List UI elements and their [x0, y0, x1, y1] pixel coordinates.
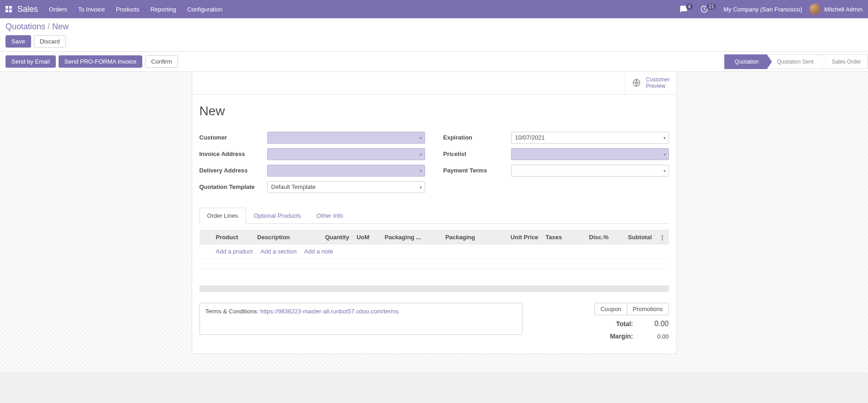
customer-preview-line2: Preview	[646, 83, 669, 89]
quotation-template-label: Quotation Template	[199, 183, 267, 190]
col-handle	[199, 230, 212, 244]
breadcrumb-parent[interactable]: Quotations	[5, 22, 45, 31]
apps-icon[interactable]	[5, 6, 12, 12]
expiration-label: Expiration	[443, 134, 511, 141]
add-section-link[interactable]: Add a section	[260, 248, 297, 255]
chevron-down-icon: ▾	[663, 168, 666, 173]
payment-terms-label: Payment Terms	[443, 167, 511, 174]
col-product[interactable]: Product	[212, 230, 254, 244]
status-stages: Quotation Quotation Sent Sales Order	[724, 54, 868, 69]
nav-item-to-invoice[interactable]: To Invoice	[78, 6, 105, 13]
nav-item-configuration[interactable]: Configuration	[187, 6, 222, 13]
promotions-button[interactable]: Promotions	[627, 303, 669, 315]
nav-item-reporting[interactable]: Reporting	[151, 6, 176, 13]
nav-item-products[interactable]: Products	[116, 6, 139, 13]
globe-icon	[632, 78, 641, 87]
tabs: Order Lines Optional Products Other Info	[199, 207, 669, 224]
col-taxes[interactable]: Taxes	[542, 230, 575, 244]
send-proforma-button[interactable]: Send PRO-FORMA Invoice	[59, 55, 143, 68]
add-product-link[interactable]: Add a product	[216, 248, 253, 255]
messages-badge: 4	[686, 4, 693, 10]
pricelist-field[interactable]: ▾	[511, 148, 669, 160]
activities-badge: 21	[706, 4, 716, 10]
confirm-button[interactable]: Confirm	[145, 55, 178, 68]
tab-order-lines[interactable]: Order Lines	[199, 208, 246, 224]
col-packaging[interactable]: Packaging	[442, 230, 493, 244]
tab-other-info[interactable]: Other Info	[309, 208, 351, 224]
messages-icon[interactable]: 4	[679, 5, 693, 13]
stage-sales-order[interactable]: Sales Order	[822, 54, 868, 69]
col-quantity[interactable]: Quantity	[309, 230, 353, 244]
status-bar: Send by Email Send PRO-FORMA Invoice Con…	[0, 52, 868, 72]
col-unit-price[interactable]: Unit Price	[493, 230, 542, 244]
stage-quotation[interactable]: Quotation	[724, 54, 767, 69]
total-label: Total:	[616, 320, 633, 328]
record-title: New	[199, 104, 669, 118]
terms-link[interactable]: https://9836223-master-all.runbot57.odoo…	[260, 308, 399, 315]
terms-label: Terms & Conditions:	[205, 308, 260, 315]
margin-value: 0.00	[646, 333, 669, 340]
customer-label: Customer	[199, 134, 267, 141]
user-name: Mitchell Admin	[824, 6, 863, 13]
nav-item-orders[interactable]: Orders	[49, 6, 67, 13]
terms-box[interactable]: Terms & Conditions: https://9836223-mast…	[199, 303, 523, 335]
invoice-address-field[interactable]: ▾	[267, 148, 425, 160]
send-by-email-button[interactable]: Send by Email	[5, 55, 56, 68]
chevron-down-icon: ▾	[420, 151, 422, 156]
tab-optional-products[interactable]: Optional Products	[246, 208, 308, 224]
company-selector[interactable]: My Company (San Francisco)	[723, 6, 802, 13]
save-button[interactable]: Save	[5, 35, 31, 48]
top-nav: Sales Orders To Invoice Products Reporti…	[0, 0, 868, 18]
expiration-field[interactable]: 10/07/2021▾	[511, 132, 669, 144]
chevron-down-icon: ▾	[663, 135, 666, 140]
col-subtotal[interactable]: Subtotal	[612, 230, 656, 244]
avatar	[809, 4, 820, 15]
breadcrumb: Quotations / New	[5, 22, 863, 32]
customer-field[interactable]: ▾	[267, 132, 425, 144]
col-disc[interactable]: Disc.%	[575, 230, 612, 244]
form-sheet: Customer Preview New Customer ▾ Invoice …	[192, 72, 677, 354]
customer-preview-button[interactable]: Customer Preview	[625, 72, 676, 94]
margin-label: Margin:	[610, 333, 633, 340]
discard-button[interactable]: Discard	[34, 35, 66, 48]
chevron-down-icon: ▾	[420, 135, 422, 140]
quotation-template-field[interactable]: Default Template▾	[267, 181, 425, 193]
control-panel: Quotations / New Save Discard	[0, 18, 868, 52]
breadcrumb-sep: /	[48, 22, 50, 31]
user-menu[interactable]: Mitchell Admin	[809, 4, 863, 15]
total-value: 0.00	[646, 320, 669, 328]
coupon-button[interactable]: Coupon	[594, 303, 627, 315]
order-lines-table: Product Description Quantity UoM Packagi…	[199, 230, 669, 269]
col-uom[interactable]: UoM	[353, 230, 381, 244]
stage-quotation-sent[interactable]: Quotation Sent	[767, 54, 822, 69]
col-packaging-qty[interactable]: Packaging ...	[381, 230, 442, 244]
invoice-address-label: Invoice Address	[199, 150, 267, 157]
payment-terms-field[interactable]: ▾	[511, 165, 669, 177]
breadcrumb-current: New	[52, 22, 69, 31]
separator-band	[199, 285, 669, 292]
chevron-down-icon: ▾	[420, 184, 422, 189]
pricelist-label: Pricelist	[443, 150, 511, 157]
col-options-icon[interactable]: ⋮	[656, 230, 669, 244]
app-title[interactable]: Sales	[17, 5, 38, 14]
chevron-down-icon: ▾	[420, 168, 422, 173]
col-description[interactable]: Description	[253, 230, 309, 244]
delivery-address-field[interactable]: ▾	[267, 165, 425, 177]
add-note-link[interactable]: Add a note	[304, 248, 333, 255]
customer-preview-line1: Customer	[646, 76, 669, 83]
nav-menu: Orders To Invoice Products Reporting Con…	[49, 6, 222, 13]
chevron-down-icon: ▾	[663, 151, 666, 156]
delivery-address-label: Delivery Address	[199, 167, 267, 174]
activities-icon[interactable]: 21	[700, 5, 716, 13]
